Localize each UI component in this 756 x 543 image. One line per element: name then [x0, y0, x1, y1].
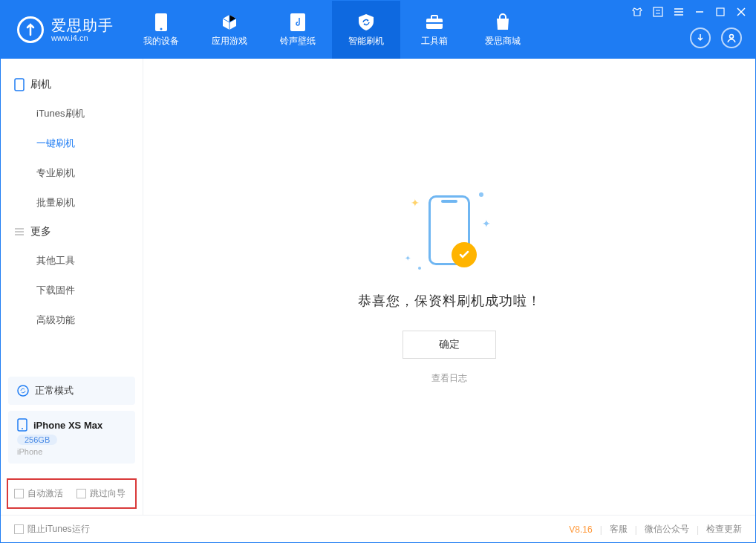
- music-file-icon: [288, 13, 307, 32]
- nav-toolbox[interactable]: 工具箱: [400, 1, 469, 59]
- svg-point-12: [22, 428, 23, 429]
- wechat-link[interactable]: 微信公众号: [645, 523, 689, 536]
- section-label: 更多: [30, 225, 51, 238]
- phone-icon: [17, 418, 27, 432]
- separator: |: [600, 524, 602, 535]
- app-url: www.i4.cn: [51, 33, 114, 42]
- nav-label: 智能刷机: [348, 35, 384, 48]
- nav-store[interactable]: 爱思商城: [469, 1, 537, 59]
- nav-label: 铃声壁纸: [280, 35, 316, 48]
- shirt-icon[interactable]: [632, 7, 642, 17]
- maximize-icon[interactable]: [715, 7, 726, 17]
- logo-area: 爱思助手 www.i4.cn: [1, 16, 127, 43]
- cube-icon: [220, 13, 239, 32]
- checkbox-icon: [76, 489, 86, 498]
- success-message: 恭喜您，保资料刷机成功啦！: [358, 292, 541, 310]
- svg-rect-5: [426, 22, 443, 24]
- checkmark-badge-icon: [452, 242, 477, 267]
- sidebar-item-onekey[interactable]: 一键刷机: [1, 129, 143, 158]
- auto-activate-checkbox[interactable]: 自动激活: [14, 487, 63, 500]
- app-title: 爱思助手: [51, 17, 114, 33]
- support-link[interactable]: 客服: [610, 523, 628, 536]
- skip-guide-checkbox[interactable]: 跳过向导: [76, 487, 126, 500]
- svg-rect-4: [431, 16, 437, 19]
- main-nav: 我的设备 应用游戏 铃声壁纸 智能刷机 工具箱 爱思商城: [127, 1, 537, 59]
- nav-flash[interactable]: 智能刷机: [332, 1, 400, 59]
- main-content: ✦ ✦ ✦ 恭喜您，保资料刷机成功啦！ 确定 查看日志: [143, 59, 755, 515]
- sidebar: 刷机 iTunes刷机 一键刷机 专业刷机 批量刷机 更多 其他工具 下载固件 …: [1, 59, 143, 515]
- device-card[interactable]: iPhone XS Max 256GB iPhone: [8, 411, 135, 464]
- separator: |: [635, 524, 637, 535]
- refresh-shield-icon: [356, 13, 376, 32]
- nav-label: 爱思商城: [485, 35, 521, 48]
- option-label: 自动激活: [27, 487, 63, 500]
- success-illustration: ✦ ✦ ✦: [397, 189, 501, 271]
- status-bar: 阻止iTunes运行 V8.16 | 客服 | 微信公众号 | 检查更新: [1, 515, 755, 543]
- svg-point-8: [730, 35, 734, 39]
- nav-apps[interactable]: 应用游戏: [195, 1, 264, 59]
- sparkle-icon: ✦: [482, 218, 491, 230]
- toolbox-icon: [425, 13, 444, 32]
- sync-icon: [17, 385, 29, 397]
- list-icon[interactable]: [653, 7, 663, 17]
- update-link[interactable]: 检查更新: [706, 523, 742, 536]
- sparkle-icon: ✦: [411, 197, 420, 209]
- user-button[interactable]: [721, 27, 742, 48]
- menu-icon[interactable]: [674, 7, 684, 17]
- device-icon: [14, 78, 25, 91]
- mode-card[interactable]: 正常模式: [8, 377, 135, 405]
- device-name: iPhone XS Max: [33, 420, 102, 431]
- section-label: 刷机: [30, 78, 51, 91]
- sidebar-section-more: 更多: [1, 218, 143, 246]
- nav-label: 我的设备: [143, 35, 179, 48]
- device-type: iPhone: [17, 447, 126, 456]
- checkbox-icon: [14, 524, 24, 534]
- block-itunes-checkbox[interactable]: 阻止iTunes运行: [14, 523, 90, 536]
- sidebar-item-advanced[interactable]: 高级功能: [1, 305, 143, 335]
- mode-label: 正常模式: [35, 384, 74, 397]
- bag-icon: [493, 13, 512, 32]
- view-log-link[interactable]: 查看日志: [431, 372, 467, 385]
- version-label: V8.16: [569, 524, 592, 535]
- logo-icon: [17, 16, 44, 43]
- svg-rect-9: [15, 79, 24, 91]
- separator: |: [697, 524, 699, 535]
- header: 爱思助手 www.i4.cn 我的设备 应用游戏 铃声壁纸 智能刷机 工具箱 爱…: [1, 1, 755, 59]
- option-label: 跳过向导: [90, 487, 126, 500]
- sidebar-section-flash: 刷机: [1, 71, 143, 99]
- nav-device[interactable]: 我的设备: [127, 1, 195, 59]
- dot-icon: [418, 267, 421, 270]
- nav-ringtone[interactable]: 铃声壁纸: [264, 1, 332, 59]
- download-button[interactable]: [690, 27, 711, 48]
- phone-icon: [151, 13, 171, 32]
- svg-point-10: [18, 386, 28, 396]
- storage-badge: 256GB: [17, 435, 57, 445]
- nav-label: 工具箱: [421, 35, 448, 48]
- svg-rect-6: [654, 7, 662, 16]
- svg-rect-7: [717, 8, 724, 16]
- close-icon[interactable]: [736, 7, 746, 17]
- checkbox-icon: [14, 489, 24, 498]
- dot-icon: [479, 192, 483, 197]
- flash-options: 自动激活 跳过向导: [7, 478, 137, 509]
- sidebar-item-pro[interactable]: 专业刷机: [1, 158, 143, 188]
- svg-point-1: [160, 27, 163, 30]
- minimize-icon[interactable]: [694, 7, 705, 17]
- window-controls: [632, 7, 746, 17]
- sidebar-item-itunes[interactable]: iTunes刷机: [1, 99, 143, 129]
- sidebar-item-firmware[interactable]: 下载固件: [1, 276, 143, 305]
- phone-graphic: [428, 195, 470, 265]
- more-icon: [14, 227, 25, 237]
- nav-label: 应用游戏: [212, 35, 247, 48]
- ok-button[interactable]: 确定: [403, 331, 496, 359]
- sparkle-icon: ✦: [405, 254, 411, 262]
- sidebar-item-tools[interactable]: 其他工具: [1, 246, 143, 276]
- sidebar-item-batch[interactable]: 批量刷机: [1, 188, 143, 218]
- header-right: [690, 27, 742, 48]
- option-label: 阻止iTunes运行: [27, 523, 90, 536]
